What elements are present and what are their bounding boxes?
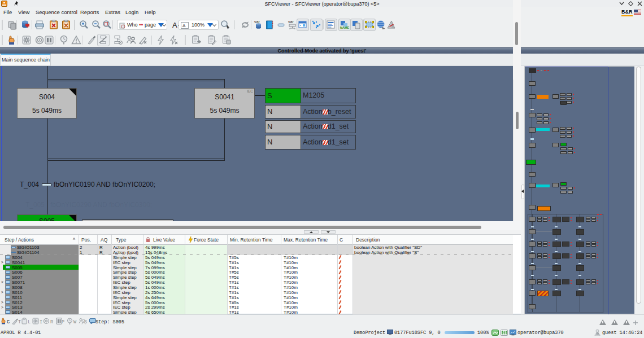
svg-text:A: A <box>172 21 177 29</box>
svg-text:var: var <box>254 20 260 24</box>
svg-text:NAME: NAME <box>340 26 350 29</box>
svg-text:A: A <box>182 23 186 28</box>
svg-text:var: var <box>288 20 294 24</box>
